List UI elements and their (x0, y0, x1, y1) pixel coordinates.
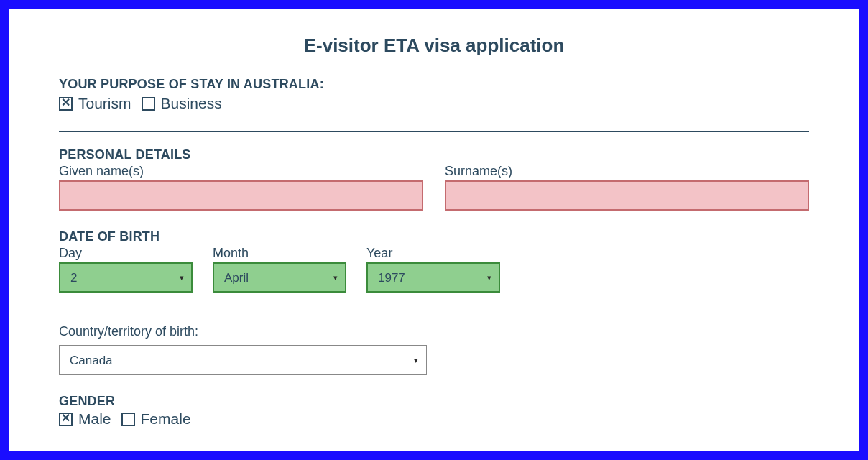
female-label: Female (141, 410, 191, 428)
tourism-label: Tourism (78, 95, 131, 112)
given-name-label: Given name(s) (59, 164, 423, 179)
business-checkbox[interactable] (142, 97, 155, 111)
country-section: Country/territory of birth: Canada (59, 324, 809, 375)
dob-day-label: Day (59, 246, 193, 261)
surname-label: Surname(s) (445, 164, 809, 179)
divider (59, 131, 809, 132)
female-checkbox[interactable] (121, 413, 135, 426)
given-name-input[interactable] (59, 180, 423, 211)
country-label: Country/territory of birth: (59, 324, 809, 339)
dob-year-label: Year (366, 246, 500, 261)
purpose-heading: YOUR PURPOSE OF STAY IN AUSTRALIA: (59, 77, 809, 92)
country-select[interactable]: Canada (59, 345, 427, 375)
dob-day-select[interactable]: 2 (59, 262, 193, 293)
purpose-section: YOUR PURPOSE OF STAY IN AUSTRALIA: Touri… (59, 77, 809, 112)
dob-section: DATE OF BIRTH Day 2 Month April (59, 229, 809, 293)
dob-month-select[interactable]: April (213, 262, 346, 293)
gender-section: GENDER Male Female (59, 394, 809, 428)
dob-month-label: Month (213, 246, 346, 261)
gender-heading: GENDER (59, 394, 809, 409)
dob-year-select[interactable]: 1977 (366, 262, 500, 293)
tourism-checkbox[interactable] (59, 97, 73, 111)
male-label: Male (78, 410, 111, 428)
personal-section: PERSONAL DETAILS Given name(s) Surname(s… (59, 147, 809, 211)
surname-input[interactable] (445, 180, 809, 211)
business-label: Business (161, 95, 222, 112)
page-title: E-visitor ETA visa application (59, 34, 809, 57)
personal-heading: PERSONAL DETAILS (59, 147, 809, 162)
dob-heading: DATE OF BIRTH (59, 229, 809, 244)
male-checkbox[interactable] (59, 413, 73, 426)
